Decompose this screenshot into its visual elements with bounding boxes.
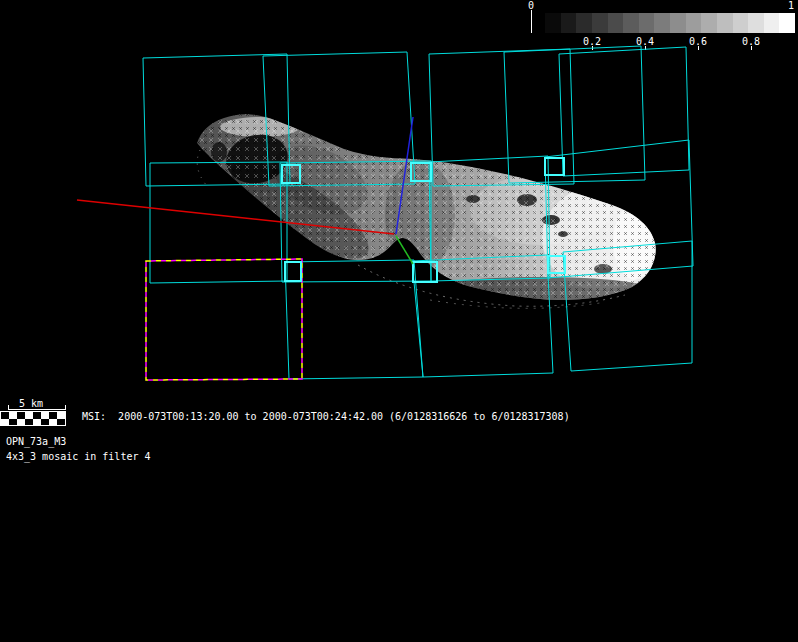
checker-cell — [1, 419, 9, 426]
sequence-id: OPN_73a_M3 — [6, 436, 66, 448]
scale-bar-checkerboard — [0, 411, 66, 426]
checker-cell — [49, 419, 57, 426]
checker-cell — [17, 419, 25, 426]
scale-bar: 5 km — [0, 396, 80, 426]
image-footprint — [559, 47, 689, 176]
msi-mosaic-planning-window: 0 1 0.20.40.60.8 — [0, 0, 798, 642]
scale-rule-tick-left — [8, 405, 9, 410]
selected-footprint — [146, 259, 302, 380]
scale-bar-rule — [8, 409, 66, 410]
msi-time-range: MSI: 2000-073T00:13:20.00 to 2000-073T00… — [82, 411, 570, 423]
checker-cell — [9, 419, 17, 426]
mosaic-plot-canvas — [0, 0, 798, 642]
checker-cell — [57, 419, 65, 426]
checker-cell — [41, 419, 49, 426]
asteroid-shape-model — [197, 114, 658, 308]
checker-cell — [25, 419, 33, 426]
scale-bar-label: 5 km — [19, 398, 43, 409]
selected-footprint — [146, 259, 302, 380]
image-footprint — [285, 260, 423, 379]
mosaic-description: 4x3_3 mosaic in filter 4 — [6, 451, 151, 463]
scale-rule-tick-right — [65, 405, 66, 410]
image-footprint — [504, 46, 645, 183]
checker-cell — [33, 419, 41, 426]
